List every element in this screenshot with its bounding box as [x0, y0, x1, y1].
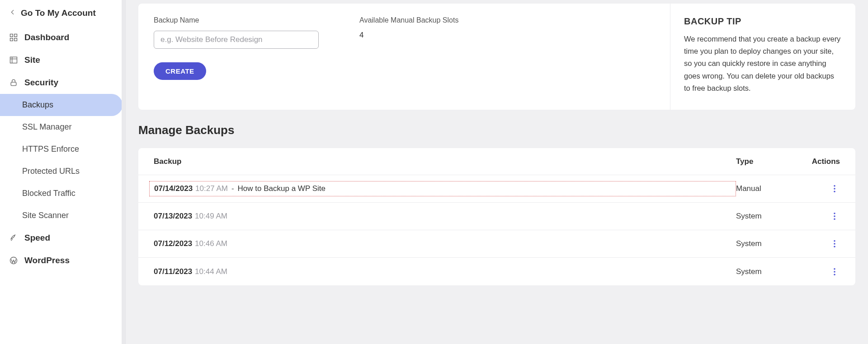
- backup-cell: 07/13/2023 10:49 AM: [154, 212, 736, 221]
- backup-tip-panel: BACKUP TIP We recommend that you create …: [670, 4, 855, 110]
- nav-speed[interactable]: Speed: [0, 227, 125, 249]
- svg-point-13: [834, 215, 835, 217]
- svg-rect-2: [10, 38, 13, 41]
- backup-date: 07/14/2023: [154, 184, 193, 193]
- main-content: Backup Name CREATE Available Manual Back…: [126, 0, 868, 344]
- backup-time: 10:46 AM: [195, 239, 227, 248]
- row-actions-menu[interactable]: [829, 211, 840, 222]
- svg-point-20: [834, 274, 835, 275]
- site-icon: [9, 56, 18, 65]
- sidebar-item-blocked-traffic[interactable]: Blocked Traffic: [0, 182, 123, 205]
- sidebar-item-https-enforce[interactable]: HTTPS Enforce: [0, 138, 123, 160]
- go-to-account-link[interactable]: Go To My Account: [0, 4, 125, 26]
- nav-site[interactable]: Site: [0, 49, 125, 71]
- col-header-actions: Actions: [804, 157, 840, 166]
- sidebar-item-backups[interactable]: Backups: [0, 94, 123, 116]
- svg-point-18: [834, 268, 835, 270]
- sidebar-scrollbar[interactable]: [122, 0, 125, 344]
- create-backup-form: Backup Name CREATE Available Manual Back…: [138, 4, 670, 110]
- sidebar-item-label: Backups: [22, 100, 53, 109]
- tip-title: BACKUP TIP: [684, 16, 842, 27]
- backup-cell-highlighted: 07/14/2023 10:27 AM - How to Backup a WP…: [149, 181, 736, 196]
- table-row: 07/11/2023 10:44 AM System: [138, 258, 855, 285]
- sidebar: Go To My Account Dashboard Site Security…: [0, 0, 126, 344]
- sidebar-item-label: Protected URLs: [22, 167, 80, 176]
- backup-separator: -: [231, 184, 234, 193]
- svg-point-10: [834, 188, 835, 190]
- sidebar-item-site-scanner[interactable]: Site Scanner: [0, 205, 123, 227]
- backup-date: 07/11/2023: [154, 267, 192, 276]
- svg-rect-4: [10, 57, 17, 63]
- nav-label: Speed: [24, 233, 50, 243]
- nav-wordpress[interactable]: WordPress: [0, 249, 125, 272]
- backup-type: System: [736, 267, 804, 276]
- create-backup-card: Backup Name CREATE Available Manual Back…: [138, 4, 855, 110]
- svg-point-17: [834, 246, 835, 248]
- tip-text: We recommend that you create a backup ev…: [684, 33, 842, 94]
- sidebar-item-label: HTTPS Enforce: [22, 144, 79, 153]
- arrow-left-icon: [9, 8, 16, 18]
- slots-label: Available Manual Backup Slots: [359, 16, 458, 24]
- table-header: Backup Type Actions: [138, 148, 855, 175]
- security-icon: [9, 78, 18, 87]
- svg-point-15: [834, 240, 835, 242]
- svg-rect-0: [10, 34, 13, 37]
- svg-point-12: [834, 213, 835, 214]
- speed-icon: [9, 233, 18, 242]
- backup-time: 10:27 AM: [195, 184, 228, 193]
- nav-label: WordPress: [24, 256, 70, 265]
- backup-date: 07/12/2023: [154, 239, 192, 248]
- backup-name-input[interactable]: [154, 31, 319, 49]
- wordpress-icon: [9, 256, 18, 265]
- sidebar-item-label: SSL Manager: [22, 122, 71, 131]
- nav-label: Site: [24, 55, 40, 65]
- sidebar-item-label: Site Scanner: [22, 211, 69, 220]
- table-row: 07/12/2023 10:46 AM System: [138, 230, 855, 258]
- table-row: 07/13/2023 10:49 AM System: [138, 203, 855, 230]
- svg-point-19: [834, 271, 835, 273]
- svg-point-9: [834, 185, 835, 187]
- col-header-type: Type: [736, 157, 804, 166]
- backup-date: 07/13/2023: [154, 212, 192, 221]
- backup-type: System: [736, 239, 804, 248]
- security-subitems: Backups SSL Manager HTTPS Enforce Protec…: [0, 94, 125, 227]
- svg-point-11: [834, 191, 835, 193]
- svg-point-14: [834, 218, 835, 220]
- slots-value: 4: [359, 31, 458, 40]
- backup-type: System: [736, 212, 804, 221]
- backup-name-label: Backup Name: [154, 16, 319, 24]
- sidebar-item-protected-urls[interactable]: Protected URLs: [0, 160, 123, 182]
- col-header-backup: Backup: [154, 157, 736, 166]
- create-button[interactable]: CREATE: [154, 62, 206, 80]
- table-row: 07/14/2023 10:27 AM - How to Backup a WP…: [138, 175, 855, 203]
- sidebar-item-ssl-manager[interactable]: SSL Manager: [0, 116, 123, 138]
- account-link-label: Go To My Account: [21, 8, 96, 18]
- row-actions-menu[interactable]: [829, 183, 840, 194]
- backup-time: 10:49 AM: [195, 212, 227, 221]
- nav-label: Security: [24, 78, 58, 88]
- svg-point-16: [834, 243, 835, 245]
- nav-security[interactable]: Security: [0, 71, 125, 94]
- dashboard-icon: [9, 33, 18, 42]
- backup-time: 10:44 AM: [195, 267, 227, 276]
- nav-label: Dashboard: [24, 33, 69, 42]
- backup-type: Manual: [736, 184, 804, 193]
- backups-table: Backup Type Actions 07/14/2023 10:27 AM …: [138, 148, 855, 285]
- sidebar-item-label: Blocked Traffic: [22, 189, 75, 198]
- svg-rect-1: [14, 34, 17, 37]
- svg-rect-3: [14, 38, 17, 41]
- row-actions-menu[interactable]: [829, 266, 840, 277]
- backup-cell: 07/12/2023 10:46 AM: [154, 239, 736, 248]
- nav-dashboard[interactable]: Dashboard: [0, 26, 125, 49]
- row-actions-menu[interactable]: [829, 238, 840, 249]
- svg-rect-7: [11, 82, 16, 86]
- manage-backups-title: Manage Backups: [138, 123, 855, 137]
- backup-name-text: How to Backup a WP Site: [238, 184, 326, 193]
- backup-cell: 07/11/2023 10:44 AM: [154, 267, 736, 276]
